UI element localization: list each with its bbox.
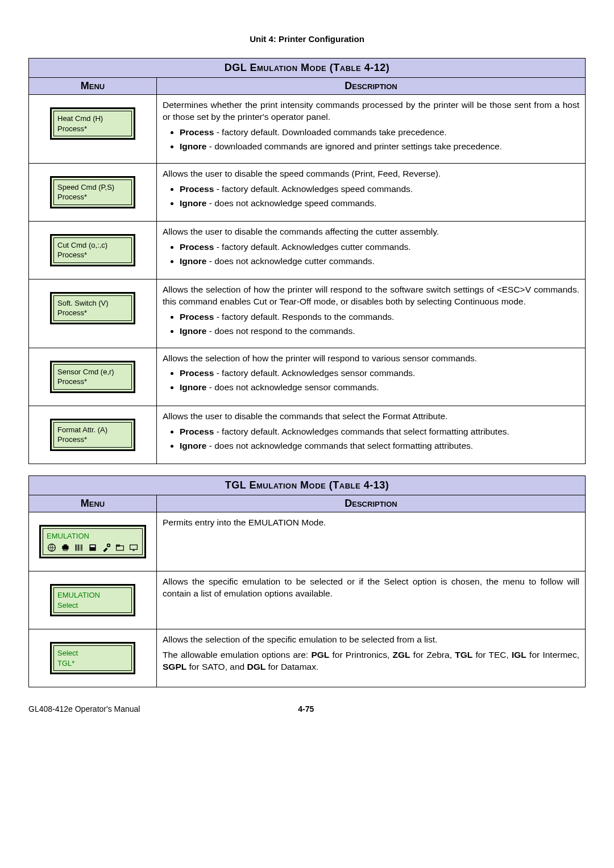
unit-header: Unit 4: Printer Configuration bbox=[28, 34, 586, 44]
table2-desc-header: Description bbox=[157, 495, 586, 512]
tgl-emulation-table: TGL Emulation Mode (Table 4-13) Menu Des… bbox=[28, 475, 586, 688]
desc-intro: Permits entry into the EMULATION Mode. bbox=[163, 517, 579, 529]
printer-icon bbox=[60, 543, 70, 552]
menu-line1: EMULATION bbox=[47, 531, 139, 541]
desc-intro: Allows the user to disable the speed com… bbox=[163, 168, 579, 180]
table1-title: DGL Emulation Mode (Table 4-12) bbox=[29, 59, 586, 78]
table-row: Format Attr. (A) Process* Allows the use… bbox=[29, 406, 586, 464]
menu-line1: Speed Cmd (P,S) bbox=[57, 182, 128, 193]
list-item: Ignore - does not acknowledge commands t… bbox=[180, 440, 579, 452]
table-row: Cut Cmd (o,:,c) Process* Allows the user… bbox=[29, 221, 586, 279]
menu-line1: Select bbox=[57, 648, 128, 658]
menu-box: Sensor Cmd (e,r) Process* bbox=[50, 361, 135, 393]
table1-menu-header: Menu bbox=[29, 78, 157, 95]
footer-page-number: 4-75 bbox=[298, 704, 314, 713]
menu-line2: Process* bbox=[57, 192, 128, 202]
footer-left: GL408-412e Operator's Manual bbox=[28, 704, 140, 713]
table-row: Sensor Cmd (e,r) Process* Allows the sel… bbox=[29, 348, 586, 406]
menu-line2: Process* bbox=[57, 124, 128, 134]
list-item: Ignore - does not respond to the command… bbox=[180, 326, 579, 337]
svg-rect-14 bbox=[130, 545, 138, 549]
table-row: EMULATION Permits entry into the EMULATI… bbox=[29, 512, 586, 571]
emulation-icons bbox=[47, 543, 139, 552]
desc-intro: Allows the selection of the specific emu… bbox=[163, 634, 579, 646]
table-row: EMULATION Select Allows the specific emu… bbox=[29, 571, 586, 629]
list-item: Ignore - does not acknowledge cutter com… bbox=[180, 256, 579, 268]
svg-rect-5 bbox=[77, 545, 77, 551]
menu-box: Heat Cmd (H) Process* bbox=[50, 107, 135, 140]
list-item: Ignore - does not acknowledge speed comm… bbox=[180, 198, 579, 210]
list-item: Ignore - downloaded commands are ignored… bbox=[180, 141, 579, 153]
svg-rect-2 bbox=[64, 545, 67, 546]
table-row: Select TGL* Allows the selection of the … bbox=[29, 629, 586, 687]
tool-icon bbox=[101, 543, 111, 552]
table1-desc-header: Description bbox=[157, 78, 586, 95]
dgl-emulation-table: DGL Emulation Mode (Table 4-12) Menu Des… bbox=[28, 58, 586, 464]
option-list: Process - factory default. Acknowledges … bbox=[163, 426, 579, 452]
menu-box: Select TGL* bbox=[50, 642, 135, 674]
svg-rect-7 bbox=[80, 545, 81, 551]
list-item: Process - factory default. Acknowledges … bbox=[180, 183, 579, 195]
option-list: Process - factory default. Acknowledges … bbox=[163, 368, 579, 394]
menu-line2: Select bbox=[57, 600, 128, 611]
desc-intro: Allows the specific emulation to be sele… bbox=[163, 576, 579, 600]
menu-line1: Sensor Cmd (e,r) bbox=[57, 367, 128, 377]
desc-intro: Allows the selection of how the printer … bbox=[163, 353, 579, 365]
svg-rect-3 bbox=[64, 549, 67, 550]
list-item: Process - factory default. Responds to t… bbox=[180, 311, 579, 323]
desc-intro: Allows the user to disable the commands … bbox=[163, 226, 579, 238]
menu-box: EMULATION bbox=[39, 525, 146, 559]
list-item: Process - factory default. Acknowledges … bbox=[180, 368, 579, 379]
list-item: Process - factory default. Acknowledges … bbox=[180, 241, 579, 253]
menu-box: Cut Cmd (o,:,c) Process* bbox=[50, 234, 135, 266]
barcode-icon bbox=[74, 543, 84, 552]
desc-intro: Determines whether the print intensity c… bbox=[163, 99, 579, 123]
menu-line2: Process* bbox=[57, 435, 128, 445]
globe-icon bbox=[47, 543, 57, 552]
menu-line2: Process* bbox=[57, 250, 128, 260]
page-footer: GL408-412e Operator's Manual 4-75 bbox=[28, 704, 586, 713]
option-list: Process - factory default. Acknowledges … bbox=[163, 183, 579, 210]
menu-box: Format Attr. (A) Process* bbox=[50, 419, 135, 451]
table2-menu-header: Menu bbox=[29, 495, 157, 512]
svg-rect-1 bbox=[62, 546, 68, 549]
screen-icon bbox=[128, 543, 139, 552]
svg-rect-8 bbox=[81, 545, 82, 551]
table2-title: TGL Emulation Mode (Table 4-13) bbox=[29, 475, 586, 495]
svg-rect-6 bbox=[78, 545, 79, 551]
menu-line2: TGL* bbox=[57, 658, 128, 669]
menu-line1: Cut Cmd (o,:,c) bbox=[57, 240, 128, 251]
svg-rect-4 bbox=[76, 545, 77, 551]
svg-rect-15 bbox=[132, 550, 134, 551]
label-icon bbox=[88, 543, 98, 552]
table-row: Soft. Switch (V) Process* Allows the sel… bbox=[29, 279, 586, 348]
option-list: Process - factory default. Downloaded co… bbox=[163, 127, 579, 153]
desc-extra: The allowable emulation options are: PGL… bbox=[163, 649, 579, 673]
menu-box: Soft. Switch (V) Process* bbox=[50, 292, 135, 324]
folder-icon bbox=[115, 543, 125, 552]
menu-box: EMULATION Select bbox=[50, 584, 135, 616]
menu-line2: Process* bbox=[57, 308, 128, 318]
list-item: Process - factory default. Acknowledges … bbox=[180, 426, 579, 438]
menu-line2: Process* bbox=[57, 377, 128, 387]
menu-line1: Format Attr. (A) bbox=[57, 425, 128, 435]
desc-intro: Allows the user to disable the commands … bbox=[163, 411, 579, 423]
table-row: Speed Cmd (P,S) Process* Allows the user… bbox=[29, 163, 586, 221]
menu-box: Speed Cmd (P,S) Process* bbox=[50, 176, 135, 208]
svg-rect-10 bbox=[90, 545, 95, 547]
list-item: Process - factory default. Downloaded co… bbox=[180, 127, 579, 139]
option-list: Process - factory default. Acknowledges … bbox=[163, 241, 579, 268]
option-list: Process - factory default. Responds to t… bbox=[163, 311, 579, 337]
menu-line1: Soft. Switch (V) bbox=[57, 298, 128, 308]
list-item: Ignore - does not acknowledge sensor com… bbox=[180, 382, 579, 394]
menu-line1: Heat Cmd (H) bbox=[57, 114, 128, 124]
menu-line1: EMULATION bbox=[57, 590, 128, 600]
table-row: Heat Cmd (H) Process* Determines whether… bbox=[29, 95, 586, 164]
desc-intro: Allows the selection of how the printer … bbox=[163, 284, 579, 308]
svg-point-11 bbox=[107, 544, 110, 547]
